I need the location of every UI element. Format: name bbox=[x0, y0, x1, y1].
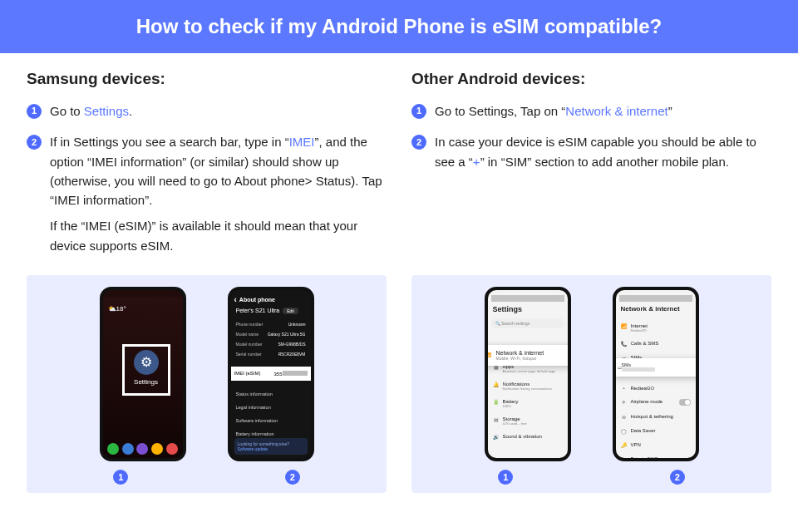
text: Calls & SMS bbox=[631, 341, 659, 346]
step-badge: 1 bbox=[411, 104, 426, 119]
app-icon bbox=[166, 443, 178, 455]
other-steps: 1 Go to Settings, Tap on “Network & inte… bbox=[411, 101, 771, 171]
text: Sound & vibration bbox=[503, 434, 542, 439]
hotspot-icon: ⊚ bbox=[621, 414, 628, 420]
other-step-2: 2 In case your device is eSIM capable yo… bbox=[411, 132, 771, 171]
plus-icon: + bbox=[697, 363, 698, 372]
footer-card: Looking for something else? Software upd… bbox=[234, 438, 308, 455]
imei-label: IMEI (eSIM) bbox=[234, 371, 261, 377]
toggle bbox=[679, 399, 691, 406]
samsung-step-2: 2 If in Settings you see a search bar, t… bbox=[27, 132, 387, 255]
text: Private DNS bbox=[631, 456, 658, 461]
imei-link[interactable]: IMEI bbox=[289, 135, 315, 149]
net-item: 🔑VPN bbox=[619, 438, 692, 452]
sims-popup: ▭ SIMs + bbox=[613, 358, 699, 377]
caption-row: 1 2 bbox=[420, 470, 763, 485]
text: Battery bbox=[503, 399, 519, 404]
phones: ⛅18° ⚙ Settings About phone Peter's S21 … bbox=[35, 287, 378, 461]
text: Assistant, recent apps, default apps bbox=[503, 369, 555, 373]
text: Network & internet bbox=[496, 350, 544, 356]
settings-label: Settings bbox=[125, 378, 168, 386]
plus-link[interactable]: + bbox=[473, 155, 480, 169]
status-bar bbox=[103, 290, 183, 297]
blurred-value bbox=[622, 367, 655, 372]
value: R5CR20E8VM bbox=[278, 352, 306, 357]
text: . bbox=[129, 104, 132, 118]
text: Peter's S21 Ultra bbox=[236, 308, 280, 313]
samsung-phone-about: About phone Peter's S21 Ultra Edit Phone… bbox=[228, 287, 314, 461]
text: VPN bbox=[631, 442, 641, 447]
step-2-note: If the “IMEI (eSIM)” is available it sho… bbox=[50, 216, 387, 255]
imei-esim-highlight: IMEI (eSIM) 355 bbox=[228, 367, 314, 381]
other-step-1: 1 Go to Settings, Tap on “Network & inte… bbox=[411, 101, 771, 121]
dock bbox=[103, 443, 183, 455]
samsung-steps: 1 Go to Settings. 2 If in Settings you s… bbox=[27, 101, 387, 255]
net-item: •RedteaGO bbox=[619, 382, 692, 395]
settings-link[interactable]: Settings bbox=[84, 104, 129, 118]
other-phone-settings: Settings 🔍 Search settings 📶 Network & i… bbox=[485, 287, 571, 461]
step-body: In case your device is eSIM capable you … bbox=[435, 132, 771, 171]
edit-button: Edit bbox=[283, 308, 298, 314]
text: Data Saver bbox=[631, 428, 656, 433]
device-name: Peter's S21 Ultra Edit bbox=[236, 308, 308, 314]
menu-item: Software information bbox=[234, 414, 308, 427]
search-bar: 🔍 Search settings bbox=[491, 318, 564, 328]
status-bar bbox=[619, 295, 692, 302]
text: 42% used – free bbox=[503, 421, 527, 426]
text: Mobile, Wi-Fi, hotspot bbox=[496, 356, 544, 361]
value: Galaxy S21 Ultra 5G bbox=[268, 332, 306, 337]
other-screenshots: Settings 🔍 Search settings 📶 Network & i… bbox=[411, 275, 771, 493]
net-item: ✈Airplane mode bbox=[619, 395, 692, 410]
value: SM-G998B/DS bbox=[278, 342, 305, 347]
text: ” in “SIM” section to add another mobile… bbox=[480, 155, 729, 169]
text: RedteaGO bbox=[631, 386, 655, 391]
menu-item: Status information bbox=[234, 387, 308, 401]
net-item: 📶InternetRedteaGO bbox=[619, 319, 692, 337]
columns: Samsung devices: 1 Go to Settings. 2 If … bbox=[0, 53, 798, 267]
other-phone-network: Network & internet 📶InternetRedteaGO 📞Ca… bbox=[613, 287, 699, 461]
messages-icon bbox=[122, 443, 134, 455]
settings-item: ▤Storage42% used – free bbox=[491, 412, 564, 430]
blurred-value bbox=[283, 371, 308, 376]
caption-badge: 2 bbox=[285, 470, 300, 485]
wifi-icon: 📶 bbox=[486, 352, 491, 357]
popup-text: SIMs bbox=[622, 362, 655, 372]
network-title: Network & internet bbox=[621, 305, 692, 313]
text: Notification history, conversations bbox=[503, 387, 552, 391]
app-icon bbox=[136, 443, 148, 455]
settings-item: 🔋Battery100% bbox=[491, 395, 564, 412]
dot-icon: • bbox=[621, 386, 628, 391]
caption-badge: 1 bbox=[498, 470, 513, 485]
info-row: Model numberSM-G998B/DS bbox=[234, 339, 308, 349]
menu-item: Legal information bbox=[234, 401, 308, 414]
text: RedteaGO bbox=[631, 328, 648, 332]
caption-badge: 2 bbox=[670, 470, 685, 485]
step-body: Go to Settings. bbox=[50, 101, 387, 121]
step-body: Go to Settings, Tap on “Network & intern… bbox=[435, 101, 771, 121]
status-bar bbox=[491, 295, 564, 302]
bell-icon: 🔔 bbox=[493, 382, 500, 387]
phone-icon: 📞 bbox=[621, 341, 628, 347]
page-header: How to check if my Android Phone is eSIM… bbox=[0, 0, 798, 53]
text: If in Settings you see a search bar, typ… bbox=[50, 135, 289, 149]
samsung-phone-home: ⛅18° ⚙ Settings bbox=[100, 287, 186, 461]
text: Hotspot & tethering bbox=[631, 414, 673, 419]
net-item: ⊚Hotspot & tethering bbox=[619, 410, 692, 424]
step-badge: 1 bbox=[27, 104, 42, 119]
text: ” bbox=[668, 104, 672, 118]
storage-icon: ▤ bbox=[493, 416, 500, 422]
step-badge: 2 bbox=[27, 135, 42, 150]
settings-item: 🔊Sound & vibration bbox=[491, 430, 564, 444]
text: 355 bbox=[273, 372, 282, 377]
info-row: Phone numberUnknown bbox=[234, 319, 308, 329]
settings-title: Settings bbox=[493, 305, 564, 313]
network-link[interactable]: Network & internet bbox=[565, 104, 667, 118]
net-item: ◯Data Saver bbox=[619, 424, 692, 438]
images-row: ⛅18° ⚙ Settings About phone Peter's S21 … bbox=[0, 267, 798, 493]
step-badge: 2 bbox=[411, 135, 426, 150]
label: Phone number bbox=[236, 322, 264, 327]
text: Airplane mode bbox=[631, 399, 663, 404]
other-heading: Other Android devices: bbox=[411, 70, 771, 88]
info-row: Model nameGalaxy S21 Ultra 5G bbox=[234, 329, 308, 339]
vpn-icon: 🔑 bbox=[621, 442, 628, 448]
